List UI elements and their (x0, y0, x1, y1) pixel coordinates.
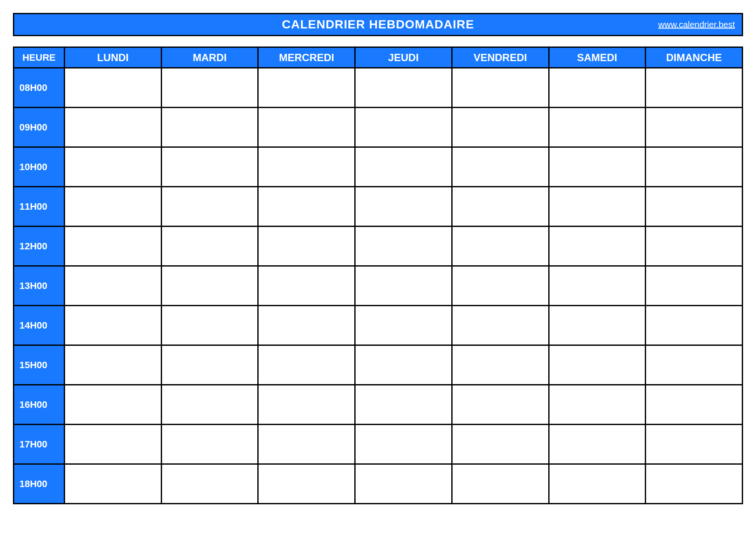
cell (646, 147, 743, 187)
cell (646, 425, 743, 464)
hour-label: 13H00 (14, 266, 65, 306)
calendar-body: 08H00 09H00 10H00 (14, 68, 743, 504)
cell (161, 385, 258, 425)
table-row: 15H00 (14, 345, 743, 385)
hour-label: 12H00 (14, 227, 65, 266)
cell (452, 464, 549, 504)
header-row: HEURE LUNDI MARDI MERCREDI JEUDI VENDRED… (14, 47, 743, 68)
cell (161, 108, 258, 147)
cell (258, 68, 355, 108)
cell (258, 425, 355, 464)
table-row: 11H00 (14, 187, 743, 227)
cell (646, 187, 743, 227)
cell (549, 108, 646, 147)
table-row: 10H00 (14, 147, 743, 187)
table-row: 16H00 (14, 385, 743, 425)
cell (646, 266, 743, 306)
cell (355, 385, 452, 425)
column-header-vendredi: VENDREDI (452, 47, 549, 68)
cell (452, 425, 549, 464)
cell (65, 425, 162, 464)
cell (549, 187, 646, 227)
cell (646, 345, 743, 385)
hour-label: 15H00 (14, 345, 65, 385)
column-header-lundi: LUNDI (65, 47, 162, 68)
cell (549, 227, 646, 266)
cell (355, 108, 452, 147)
column-header-dimanche: DIMANCHE (646, 47, 743, 68)
column-header-samedi: SAMEDI (549, 47, 646, 68)
cell (161, 345, 258, 385)
cell (549, 425, 646, 464)
cell (355, 147, 452, 187)
site-link[interactable]: www.calendrier.best (658, 20, 735, 30)
hour-label: 08H00 (14, 68, 65, 108)
cell (452, 306, 549, 345)
cell (452, 68, 549, 108)
cell (355, 345, 452, 385)
cell (646, 68, 743, 108)
cell (65, 187, 162, 227)
table-row: 12H00 (14, 227, 743, 266)
cell (258, 306, 355, 345)
cell (258, 147, 355, 187)
cell (452, 227, 549, 266)
cell (355, 425, 452, 464)
cell (355, 464, 452, 504)
cell (258, 345, 355, 385)
table-row: 17H00 (14, 425, 743, 464)
cell (65, 68, 162, 108)
cell (65, 306, 162, 345)
cell (258, 187, 355, 227)
cell (161, 464, 258, 504)
cell (161, 187, 258, 227)
cell (65, 266, 162, 306)
cell (65, 227, 162, 266)
cell (549, 266, 646, 306)
table-row: 14H00 (14, 306, 743, 345)
cell (65, 147, 162, 187)
cell (355, 227, 452, 266)
cell (646, 227, 743, 266)
cell (549, 345, 646, 385)
cell (258, 227, 355, 266)
cell (65, 108, 162, 147)
cell (646, 464, 743, 504)
cell (452, 385, 549, 425)
cell (452, 345, 549, 385)
cell (452, 147, 549, 187)
hour-label: 11H00 (14, 187, 65, 227)
cell (549, 306, 646, 345)
cell (161, 266, 258, 306)
table-row: 13H00 (14, 266, 743, 306)
cell (646, 108, 743, 147)
cell (452, 108, 549, 147)
cell (258, 385, 355, 425)
cell (65, 385, 162, 425)
hour-label: 10H00 (14, 147, 65, 187)
column-header-heure: HEURE (14, 47, 65, 68)
weekly-calendar-table: HEURE LUNDI MARDI MERCREDI JEUDI VENDRED… (13, 47, 743, 504)
hour-label: 17H00 (14, 425, 65, 464)
table-row: 08H00 (14, 68, 743, 108)
column-header-mardi: MARDI (161, 47, 258, 68)
title-bar: CALENDRIER HEBDOMADAIRE www.calendrier.b… (13, 13, 743, 36)
table-row: 18H00 (14, 464, 743, 504)
table-row: 09H00 (14, 108, 743, 147)
cell (355, 187, 452, 227)
cell (258, 266, 355, 306)
cell (161, 147, 258, 187)
cell (355, 306, 452, 345)
cell (646, 385, 743, 425)
cell (161, 227, 258, 266)
cell (258, 464, 355, 504)
cell (65, 345, 162, 385)
cell (355, 68, 452, 108)
hour-label: 18H00 (14, 464, 65, 504)
cell (549, 147, 646, 187)
cell (549, 385, 646, 425)
cell (452, 187, 549, 227)
cell (65, 464, 162, 504)
column-header-mercredi: MERCREDI (258, 47, 355, 68)
cell (161, 425, 258, 464)
